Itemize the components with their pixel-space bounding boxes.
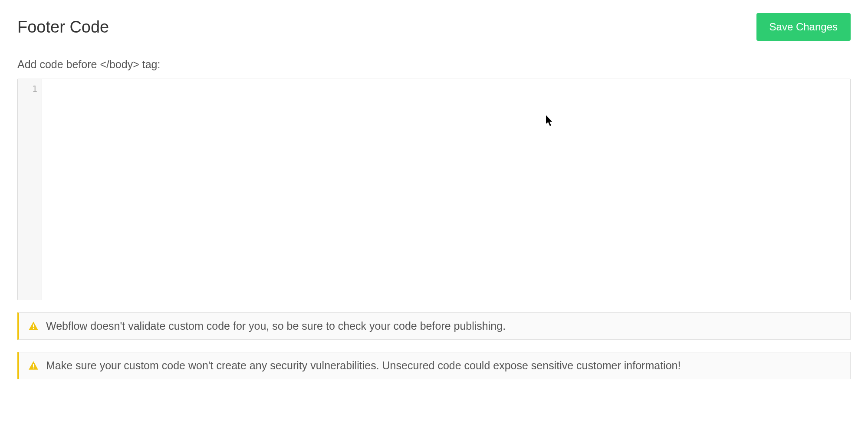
warning-icon bbox=[28, 321, 39, 332]
header-row: Footer Code Save Changes bbox=[17, 13, 851, 41]
warning-alert-security: Make sure your custom code won't create … bbox=[17, 352, 851, 379]
code-editor-label: Add code before </body> tag: bbox=[17, 58, 851, 71]
warning-icon bbox=[28, 360, 39, 371]
svg-rect-0 bbox=[33, 324, 34, 327]
code-editor-gutter: 1 bbox=[18, 79, 42, 300]
save-changes-button[interactable]: Save Changes bbox=[756, 13, 851, 41]
svg-rect-2 bbox=[33, 364, 34, 367]
page-title: Footer Code bbox=[17, 18, 109, 36]
line-number: 1 bbox=[18, 83, 37, 94]
svg-rect-1 bbox=[33, 328, 34, 328]
code-editor[interactable]: 1 bbox=[17, 79, 851, 300]
alert-text: Webflow doesn't validate custom code for… bbox=[46, 320, 506, 332]
alert-text: Make sure your custom code won't create … bbox=[46, 359, 681, 372]
svg-rect-3 bbox=[33, 367, 34, 368]
code-editor-textarea[interactable] bbox=[42, 79, 850, 300]
warning-alert-validation: Webflow doesn't validate custom code for… bbox=[17, 312, 851, 340]
